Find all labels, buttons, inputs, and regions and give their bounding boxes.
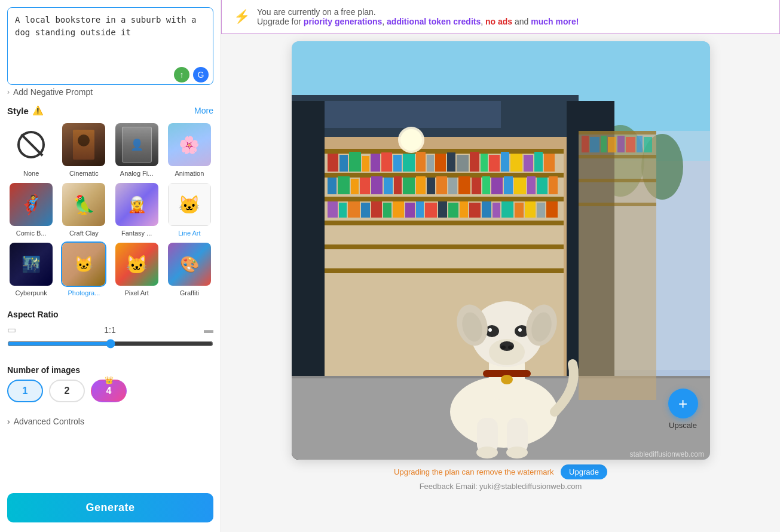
banner-text: You are currently on a free plan. Upgrad… — [257, 7, 579, 26]
svg-rect-62 — [361, 203, 370, 218]
svg-text:stablediffusionweb.com: stablediffusionweb.com — [629, 450, 704, 458]
svg-rect-70 — [448, 203, 458, 218]
svg-rect-59 — [328, 201, 338, 218]
svg-rect-69 — [438, 201, 447, 218]
image-area: stablediffusionweb.com + Upscale Upgradi… — [221, 34, 780, 532]
svg-rect-15 — [325, 244, 564, 249]
style-item-craft-clay[interactable]: 🦜 Craft Clay — [60, 182, 108, 237]
svg-rect-45 — [403, 178, 415, 194]
portrait-icon: ▭ — [7, 324, 16, 335]
translate-button[interactable]: ↑ — [174, 67, 189, 82]
svg-rect-55 — [514, 178, 526, 194]
svg-rect-32 — [489, 155, 500, 172]
svg-rect-67 — [416, 201, 424, 218]
style-header: Style ⚠️ More — [7, 105, 213, 116]
svg-rect-26 — [427, 155, 434, 172]
svg-point-107 — [518, 328, 522, 332]
advanced-controls[interactable]: › Advanced Controls — [7, 412, 213, 431]
svg-rect-96 — [644, 137, 652, 152]
style-item-graffiti[interactable]: 🎨 Graffiti — [166, 241, 213, 296]
svg-rect-16 — [325, 268, 564, 273]
svg-rect-49 — [448, 178, 457, 194]
more-link[interactable]: More — [194, 106, 213, 115]
svg-rect-91 — [601, 136, 607, 152]
svg-rect-71 — [460, 201, 468, 218]
num-images-section: Number of images 1 2 👑 4 — [7, 359, 213, 402]
style-title: Style ⚠️ — [7, 105, 44, 116]
svg-rect-47 — [427, 178, 435, 194]
svg-point-116 — [476, 447, 498, 458]
svg-rect-89 — [582, 136, 589, 152]
svg-rect-24 — [403, 154, 415, 172]
svg-rect-68 — [425, 203, 437, 218]
generate-button[interactable]: Generate — [7, 493, 213, 522]
highlight-more: much more! — [531, 17, 579, 26]
svg-rect-28 — [447, 152, 455, 172]
left-panel: A local bookstore in a suburb with a dog… — [0, 0, 221, 532]
style-item-lineart[interactable]: 🐱 Line Art — [166, 182, 213, 237]
num-images-1[interactable]: 1 — [7, 380, 43, 402]
landscape-icon: ▬ — [204, 325, 213, 335]
style-label-cinematic: Cinematic — [69, 170, 99, 177]
svg-rect-63 — [371, 201, 382, 218]
svg-point-113 — [501, 375, 513, 384]
style-item-none[interactable]: None — [7, 122, 55, 177]
style-item-cinematic[interactable]: Cinematic — [60, 122, 108, 177]
svg-rect-13 — [325, 197, 564, 201]
svg-rect-38 — [328, 178, 337, 194]
svg-rect-17 — [328, 154, 338, 172]
right-panel: ⚡ You are currently on a free plan. Upgr… — [221, 0, 780, 532]
style-item-animation[interactable]: 🌸 Animation — [166, 122, 213, 177]
style-item-cyberpunk[interactable]: 🌃 Cyberpunk — [7, 241, 55, 296]
upscale-button[interactable]: + Upscale — [668, 389, 698, 430]
style-grid: None Cinematic 👤 Analo — [7, 122, 213, 296]
textarea-actions: ↑ G — [7, 67, 209, 82]
svg-point-106 — [488, 328, 492, 332]
num-images-4[interactable]: 👑 4 — [91, 380, 127, 402]
upgrade-button[interactable]: Upgrade — [561, 464, 607, 479]
svg-rect-34 — [510, 154, 522, 172]
style-label-analog: Analog Fi... — [120, 170, 154, 177]
style-item-fantasy[interactable]: 🧝 Fantasy ... — [113, 182, 161, 237]
style-label-animation: Animation — [175, 170, 204, 177]
generated-image: stablediffusionweb.com + Upscale — [292, 41, 710, 460]
svg-rect-46 — [416, 176, 426, 194]
aspect-ratio-slider[interactable] — [7, 339, 213, 348]
style-item-pixel-art[interactable]: 🐱 Pixel Art — [113, 241, 161, 296]
upscale-label: Upscale — [669, 421, 697, 430]
scene-svg: stablediffusionweb.com — [292, 41, 710, 460]
grammar-button[interactable]: G — [193, 67, 209, 82]
svg-rect-48 — [436, 176, 447, 194]
style-item-analog[interactable]: 👤 Analog Fi... — [113, 122, 161, 177]
banner-normal-text: You are currently on a free plan. — [257, 7, 376, 17]
bottom-info: Upgrading the plan can remove the waterm… — [394, 460, 607, 494]
svg-rect-56 — [527, 176, 536, 194]
svg-rect-74 — [493, 203, 500, 218]
svg-rect-23 — [393, 155, 402, 172]
svg-rect-41 — [360, 178, 370, 194]
svg-rect-93 — [617, 136, 625, 152]
crown-icon: 👑 — [105, 376, 114, 384]
svg-rect-65 — [393, 201, 404, 218]
svg-rect-77 — [525, 201, 536, 218]
add-negative-prompt[interactable]: › Add Negative Prompt — [7, 82, 213, 102]
svg-rect-90 — [590, 137, 599, 152]
svg-rect-7 — [322, 101, 501, 128]
svg-rect-86 — [579, 155, 656, 158]
upgrade-banner: ⚡ You are currently on a free plan. Upgr… — [221, 0, 780, 34]
style-title-text: Style — [7, 106, 29, 116]
svg-rect-22 — [381, 152, 392, 172]
svg-rect-95 — [637, 136, 643, 152]
aspect-ratio-value: 1:1 — [21, 325, 199, 335]
generate-btn-container: Generate — [7, 487, 213, 525]
svg-rect-54 — [504, 176, 513, 194]
style-label-lineart: Line Art — [178, 230, 200, 237]
num-images-buttons: 1 2 👑 4 — [7, 380, 213, 402]
style-item-comic[interactable]: 🦸 Comic B... — [7, 182, 55, 237]
svg-rect-21 — [371, 154, 380, 172]
svg-rect-51 — [472, 178, 481, 194]
svg-rect-27 — [435, 154, 446, 172]
aspect-ratio-title: Aspect Ratio — [7, 310, 213, 319]
num-images-2[interactable]: 2 — [49, 380, 85, 402]
style-item-photographic[interactable]: 🐱 Photogra... — [60, 241, 108, 296]
